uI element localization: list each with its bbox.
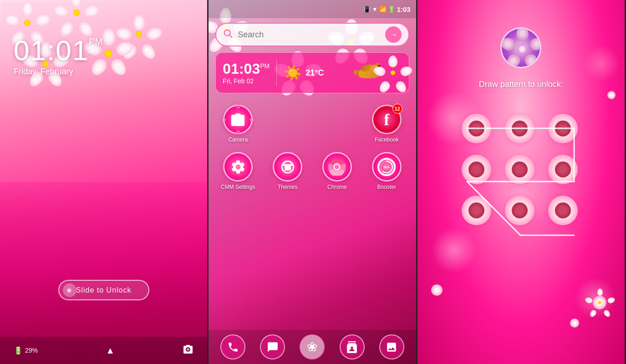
app-chrome[interactable]: Chrome xyxy=(315,152,360,190)
cmm-settings-label: CMM Settings xyxy=(221,184,255,190)
search-go-button[interactable]: → xyxy=(385,26,402,43)
search-input[interactable] xyxy=(238,30,380,40)
sun-icon: ☀️ xyxy=(284,64,302,81)
app-themes[interactable]: Themes xyxy=(265,152,310,190)
themes-label: Themes xyxy=(278,184,297,190)
pattern-dot-5[interactable] xyxy=(505,155,534,184)
svg-line-2 xyxy=(230,35,232,37)
clock-ampm: PM xyxy=(89,36,102,47)
app-booster[interactable]: 56% Booster xyxy=(364,152,409,190)
weather-section: ☀️ 21°C xyxy=(284,64,324,81)
widget-time: 01:03PM xyxy=(223,61,270,76)
app-cmm-settings[interactable]: CMM Settings xyxy=(215,152,260,190)
camera-app-label: Camera xyxy=(228,136,248,143)
lock-camera-button[interactable] xyxy=(183,344,193,357)
booster-label: Booster xyxy=(377,184,396,190)
camera-floral-ring: ✿ ✿ ✿ ✿ xyxy=(221,102,255,136)
widget-date: Fri, Feb 02 xyxy=(223,77,270,85)
slide-unlock-button[interactable]: ❀ Slide to Unlock xyxy=(58,280,149,300)
app-slot-2 xyxy=(265,105,310,143)
nav-up-button[interactable]: ▲ xyxy=(106,345,115,356)
flower-1 xyxy=(14,9,41,36)
search-bar[interactable]: → xyxy=(215,23,409,46)
status-bar: 📳 ▼ 📶 🔋 1:03 xyxy=(209,0,416,18)
pattern-grid[interactable] xyxy=(453,105,589,234)
pattern-dot-2[interactable] xyxy=(505,114,534,143)
app-camera[interactable]: ✿ ✿ ✿ ✿ Camera xyxy=(215,105,260,143)
camera-app-icon: ✿ ✿ ✿ ✿ xyxy=(223,105,253,134)
profile-flower xyxy=(503,30,539,66)
unlock-prompt: Draw pattern to unlock: xyxy=(417,80,625,89)
lock-time-display: 01:01 PM Friday, February xyxy=(14,36,102,76)
svg-point-0 xyxy=(187,348,189,351)
booster-progress: 56% xyxy=(377,158,396,176)
svg-point-7 xyxy=(335,165,339,169)
scatter-flower-3 xyxy=(431,284,443,296)
bird-decoration xyxy=(331,59,402,86)
wifi-icon: ▼ xyxy=(372,6,378,13)
widget-divider xyxy=(276,59,277,86)
flower-top-area xyxy=(0,0,207,200)
dock-phone[interactable] xyxy=(220,334,245,359)
scatter-flower-1 xyxy=(593,296,606,309)
flower-3 xyxy=(127,23,150,46)
dock: ❀ xyxy=(209,330,416,364)
app-grid: ✿ ✿ ✿ ✿ Camera f 12 xyxy=(215,105,409,190)
profile-flower-art xyxy=(507,34,537,64)
lock-screen-bottom-bar: 🔋 29% ▲ xyxy=(0,337,207,364)
dock-gallery[interactable] xyxy=(379,334,404,359)
chrome-label: Chrome xyxy=(327,184,347,190)
temperature: 21°C xyxy=(305,68,324,78)
slide-unlock-icon: ❀ xyxy=(63,283,76,297)
vibrate-icon: 📳 xyxy=(363,6,371,13)
pattern-dot-1[interactable] xyxy=(462,114,491,143)
home-screen-panel: 📳 ▼ 📶 🔋 1:03 → 01:03PM Fri, Feb 02 ☀️ 2 xyxy=(209,0,417,364)
dock-contacts[interactable] xyxy=(340,334,365,359)
facebook-f: f xyxy=(384,110,389,129)
lock-screen-panel: 01:01 PM Friday, February ❀ Slide to Unl… xyxy=(0,0,209,364)
pattern-lock-panel: Draw pattern to unlock: xyxy=(417,0,626,364)
sf1-art xyxy=(594,297,606,308)
pattern-dot-8[interactable] xyxy=(505,196,534,225)
status-time: 1:03 xyxy=(397,5,411,13)
unlock-text-label: Draw pattern to unlock: xyxy=(479,80,563,89)
widget-ampm: PM xyxy=(260,62,270,70)
lock-date: Friday, February xyxy=(14,67,102,76)
slide-unlock-label: Slide to Unlock xyxy=(76,286,132,294)
pattern-dot-7[interactable] xyxy=(462,196,491,225)
facebook-badge-count: 12 xyxy=(395,106,400,111)
pattern-dot-9[interactable] xyxy=(548,196,578,225)
dock-flower[interactable]: ❀ xyxy=(300,334,325,359)
widget-flower xyxy=(384,64,402,82)
status-icons: 📳 ▼ 📶 🔋 xyxy=(363,6,395,13)
chrome-icon xyxy=(322,152,352,182)
pattern-dot-6[interactable] xyxy=(548,155,578,184)
battery-info: 🔋 29% xyxy=(14,346,38,355)
cmm-settings-icon xyxy=(223,152,253,182)
battery-percent: 29% xyxy=(25,347,38,354)
booster-icon: 56% xyxy=(372,152,402,182)
scatter-flower-4 xyxy=(607,91,616,99)
clock-time: 01:01 xyxy=(14,36,89,65)
widget-clock: 01:03 xyxy=(223,61,260,77)
pattern-dot-3[interactable] xyxy=(548,114,578,143)
battery-icon: 🔋 xyxy=(14,346,23,355)
scatter-flower-2 xyxy=(570,318,579,328)
weather-widget: 01:03PM Fri, Feb 02 ☀️ 21°C xyxy=(215,52,409,93)
app-facebook[interactable]: f 12 Facebook xyxy=(364,105,409,143)
search-icon xyxy=(223,29,233,41)
profile-avatar xyxy=(500,27,541,68)
nav-up-icon: ▲ xyxy=(106,345,115,355)
app-slot-3 xyxy=(315,105,360,143)
flower-2 xyxy=(64,0,89,25)
signal-icon: 📶 xyxy=(379,6,387,13)
facebook-app-icon: f 12 xyxy=(372,105,402,134)
pattern-dot-4[interactable] xyxy=(462,155,491,184)
flower-button-icon: ❀ xyxy=(307,339,317,354)
battery-icon-home: 🔋 xyxy=(388,6,395,13)
themes-icon xyxy=(273,152,302,182)
widget-time-section: 01:03PM Fri, Feb 02 xyxy=(223,61,270,85)
dock-sms[interactable] xyxy=(260,334,285,359)
svg-text:56%: 56% xyxy=(383,166,390,169)
facebook-badge: 12 xyxy=(392,104,402,114)
